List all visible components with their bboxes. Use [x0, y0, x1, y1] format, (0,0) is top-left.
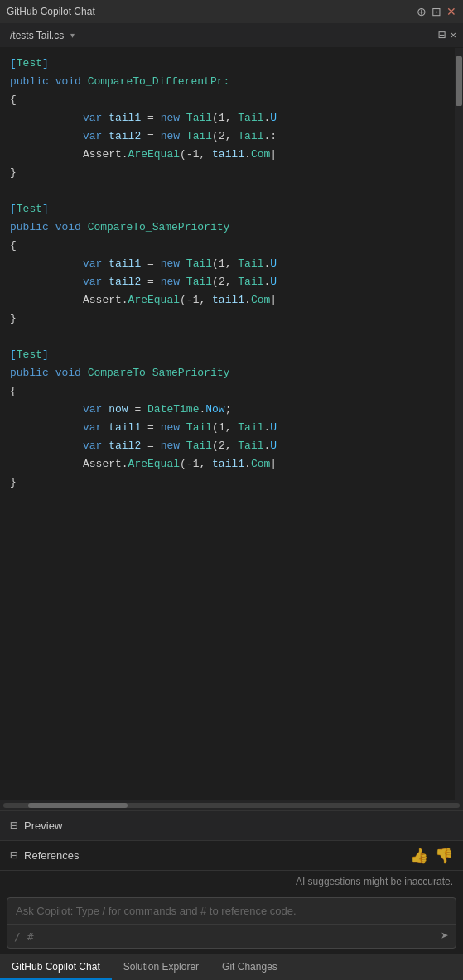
- code-line: [Test]: [0, 346, 463, 364]
- title-bar-controls: ⊕ ⊡ ✕: [417, 6, 456, 17]
- vertical-scrollbar[interactable]: [455, 48, 463, 800]
- code-line: {: [0, 382, 463, 401]
- code-line: var tail2 = new Tail(2, Tail.:: [0, 127, 463, 146]
- pin-icon[interactable]: ⊕: [417, 6, 427, 17]
- close-icon[interactable]: ✕: [446, 6, 456, 17]
- tab-split-icon[interactable]: ⊟: [438, 27, 446, 43]
- preview-icon: ⊟: [10, 818, 17, 833]
- horizontal-scrollbar[interactable]: [0, 800, 463, 810]
- dock-icon[interactable]: ⊡: [432, 6, 441, 17]
- title-bar-left: GitHub Copilot Chat: [7, 6, 95, 17]
- code-line: Assert.AreEqual(-1, tail1.Com|: [0, 455, 463, 473]
- input-area[interactable]: / # ➤: [7, 897, 456, 949]
- scrollbar-thumb[interactable]: [28, 803, 128, 808]
- references-icon: ⊟: [10, 848, 17, 863]
- code-line: var now = DateTime.Now;: [0, 401, 463, 419]
- tab-solution-explorer-label: Solution Explorer: [123, 961, 199, 973]
- scrollbar-track: [3, 803, 460, 808]
- code-line: var tail1 = new Tail(1, Tail.U: [0, 419, 463, 437]
- tab-bar: /tests Tail.cs ▾ ⊟ ✕: [0, 23, 463, 48]
- code-line: }: [0, 164, 463, 182]
- input-tags: / #: [14, 930, 34, 943]
- code-line: public void CompareTo_SamePriority: [0, 364, 463, 382]
- code-line: var tail2 = new Tail(2, Tail.U: [0, 437, 463, 455]
- code-line: var tail1 = new Tail(1, Tail.U: [0, 255, 463, 273]
- bottom-tab-bar: GitHub Copilot Chat Solution Explorer Gi…: [0, 954, 463, 980]
- references-label[interactable]: References: [24, 849, 79, 862]
- code-line-empty: [0, 328, 463, 346]
- thumbs-up-button[interactable]: 👍: [410, 847, 428, 865]
- code-area: [Test] public void CompareTo_DifferentPr…: [0, 48, 463, 800]
- code-scroll[interactable]: [Test] public void CompareTo_DifferentPr…: [0, 48, 463, 800]
- tab-controls: ⊟ ✕: [438, 27, 463, 43]
- tab-copilot-chat[interactable]: GitHub Copilot Chat: [0, 954, 112, 980]
- tab-file-label[interactable]: /tests Tail.cs: [10, 30, 64, 41]
- preview-bar: ⊟ Preview: [0, 810, 463, 840]
- thumbs-down-button[interactable]: 👎: [435, 847, 453, 865]
- app-title: GitHub Copilot Chat: [7, 6, 95, 17]
- code-line: public void CompareTo_DifferentPr:: [0, 73, 463, 91]
- code-line: var tail2 = new Tail(2, Tail.U: [0, 273, 463, 291]
- tab-git-changes-label: Git Changes: [222, 961, 277, 973]
- ai-notice-text: AI suggestions might be inaccurate.: [296, 876, 453, 887]
- code-line: public void CompareTo_SamePriority: [0, 219, 463, 237]
- code-line: }: [0, 473, 463, 492]
- code-line: [Test]: [0, 55, 463, 73]
- code-line: {: [0, 237, 463, 255]
- input-bottom: / # ➤: [7, 924, 456, 948]
- code-line: Assert.AreEqual(-1, tail1.Com|: [0, 146, 463, 164]
- tab-dropdown-icon[interactable]: ▾: [70, 31, 75, 40]
- ai-notice: AI suggestions might be inaccurate.: [0, 870, 463, 892]
- code-line: }: [0, 310, 463, 328]
- references-actions: 👍 👎: [410, 847, 453, 865]
- tab-label: /tests Tail.cs ▾: [0, 30, 84, 41]
- copilot-input[interactable]: [7, 898, 456, 924]
- send-button[interactable]: ➤: [441, 928, 449, 944]
- tab-close-icon[interactable]: ✕: [451, 29, 456, 41]
- code-line: {: [0, 91, 463, 109]
- references-bar: ⊟ References 👍 👎: [0, 840, 463, 870]
- tab-copilot-chat-label: GitHub Copilot Chat: [12, 961, 100, 973]
- vertical-scrollbar-thumb[interactable]: [456, 56, 462, 106]
- code-line: Assert.AreEqual(-1, tail1.Com|: [0, 291, 463, 310]
- attr-bracket: [: [10, 57, 17, 70]
- code-line: [Test]: [0, 200, 463, 219]
- references-left: ⊟ References: [10, 848, 80, 863]
- title-bar: GitHub Copilot Chat ⊕ ⊡ ✕: [0, 0, 463, 23]
- tab-git-changes[interactable]: Git Changes: [210, 954, 289, 980]
- hash-reference-tag[interactable]: #: [27, 930, 34, 943]
- code-line: var tail1 = new Tail(1, Tail.U: [0, 109, 463, 127]
- preview-label[interactable]: Preview: [24, 819, 62, 832]
- tab-solution-explorer[interactable]: Solution Explorer: [112, 954, 210, 980]
- code-line-empty: [0, 182, 463, 200]
- slash-command-tag[interactable]: /: [14, 930, 21, 943]
